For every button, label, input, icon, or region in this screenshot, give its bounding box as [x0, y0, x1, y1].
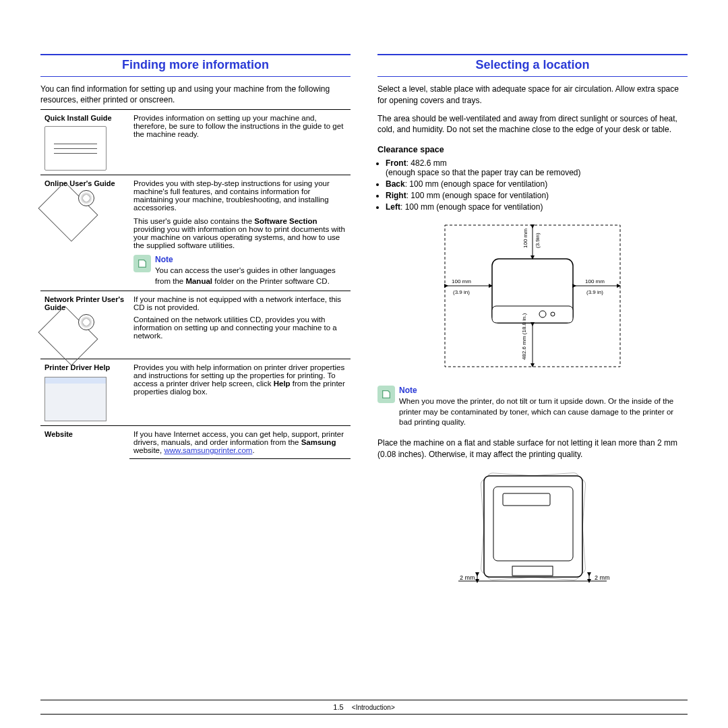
- intro-text: You can find information for setting up …: [40, 84, 351, 105]
- list-item: Back: 100 mm (enough space for ventilati…: [386, 179, 688, 189]
- dia-left-in: (3.9 in): [453, 289, 470, 295]
- dia-top-mm: 100 mm: [522, 229, 528, 248]
- chapter-name: <Introduction>: [352, 704, 395, 711]
- resource-label: Printer Driver Help: [40, 359, 129, 426]
- resource-desc: Provides you with help information on pr…: [129, 359, 351, 426]
- svg-rect-2: [492, 306, 573, 323]
- clearance-diagram: 100 mm (3.9in) 100 mm (3.9 in) 100 mm (3…: [431, 218, 634, 380]
- resource-label: Quick Install Guide: [40, 110, 129, 175]
- cd-envelope-icon: [44, 317, 125, 355]
- subheading: Clearance space: [377, 145, 688, 154]
- label-text: Network Printer User's Guide: [44, 295, 124, 311]
- quick-install-guide-icon: [44, 126, 107, 171]
- resource-desc: If you have Internet access, you can get…: [129, 426, 351, 459]
- table-row: Quick Install Guide Provides information…: [40, 110, 351, 175]
- note-block: Note When you move the printer, do not t…: [377, 386, 688, 428]
- table-row: Website If you have Internet access, you…: [40, 426, 351, 459]
- help-window-icon: [44, 377, 107, 421]
- note-body: You can access the user's guides in othe…: [155, 266, 346, 286]
- table-row: Network Printer User's Guide If your mac…: [40, 291, 351, 359]
- note-icon: [377, 386, 395, 403]
- desc-p2: This user's guide also contains the Soft…: [133, 217, 346, 249]
- note-body: When you move the printer, do not tilt o…: [399, 396, 688, 428]
- resource-desc: If your machine is not equipped with a n…: [129, 291, 351, 359]
- dia-front: 482.6 mm (18.8 in.): [521, 313, 527, 360]
- svg-rect-14: [512, 566, 553, 576]
- note-block: Note You can access the user's guides in…: [133, 255, 346, 286]
- section-header-rule: Finding more information: [40, 54, 351, 77]
- note-title: Note: [399, 386, 688, 395]
- page-footer: 1.5 <Introduction>: [40, 700, 688, 715]
- right-column: Selecting a location Select a level, sta…: [377, 54, 688, 595]
- section-header-rule: Selecting a location: [377, 54, 688, 77]
- dia-right-in: (3.9 in): [586, 289, 603, 295]
- resources-table: Quick Install Guide Provides information…: [40, 109, 351, 459]
- paragraph: The area should be well-ventilated and a…: [377, 113, 688, 136]
- left-column: Finding more information You can find in…: [40, 54, 351, 595]
- section-title: Selecting a location: [377, 58, 688, 72]
- page-number: 1.5: [333, 703, 343, 711]
- resource-desc: Provides you with step-by-step instructi…: [129, 175, 351, 291]
- label-text: Quick Install Guide: [44, 114, 112, 122]
- paragraph: Place the machine on a flat and stable s…: [377, 437, 688, 460]
- list-item: Left: 100 mm (enough space for ventilati…: [386, 202, 688, 212]
- list-item: Front: 482.6 mm(enough space so that the…: [386, 158, 688, 177]
- tilt-left: 2 mm: [460, 574, 475, 581]
- dia-top-in: (3.9in): [535, 233, 541, 248]
- note-title: Note: [155, 255, 346, 264]
- label-text: Printer Driver Help: [44, 363, 110, 371]
- resource-label: Website: [40, 426, 129, 459]
- dia-right-mm: 100 mm: [585, 278, 605, 284]
- table-row: Printer Driver Help Provides you with he…: [40, 359, 351, 426]
- paragraph: Select a level, stable place with adequa…: [377, 84, 688, 107]
- tilt-right: 2 mm: [595, 574, 610, 581]
- cd-envelope-icon: [44, 193, 125, 231]
- resource-desc: Provides information on setting up your …: [129, 110, 351, 175]
- website-link[interactable]: www.samsungprinter.com: [164, 446, 252, 454]
- clearance-list: Front: 482.6 mm(enough space so that the…: [377, 158, 688, 212]
- label-text: Online User's Guide: [44, 179, 115, 187]
- dia-left-mm: 100 mm: [452, 278, 471, 284]
- tilt-diagram: 2 mm 2 mm: [445, 466, 620, 595]
- section-title: Finding more information: [40, 58, 351, 72]
- resource-label: Online User's Guide: [40, 175, 129, 291]
- svg-rect-11: [484, 476, 582, 577]
- desc-p1: Provides you with step-by-step instructi…: [133, 179, 346, 212]
- desc-p1: If your machine is not equipped with a n…: [133, 295, 346, 311]
- desc-p2: Contained on the network utilities CD, p…: [133, 315, 346, 340]
- list-item: Right: 100 mm (enough space for ventilat…: [386, 191, 688, 200]
- resource-label: Network Printer User's Guide: [40, 291, 129, 359]
- note-icon: [133, 255, 151, 272]
- table-row: Online User's Guide Provides you with st…: [40, 175, 351, 291]
